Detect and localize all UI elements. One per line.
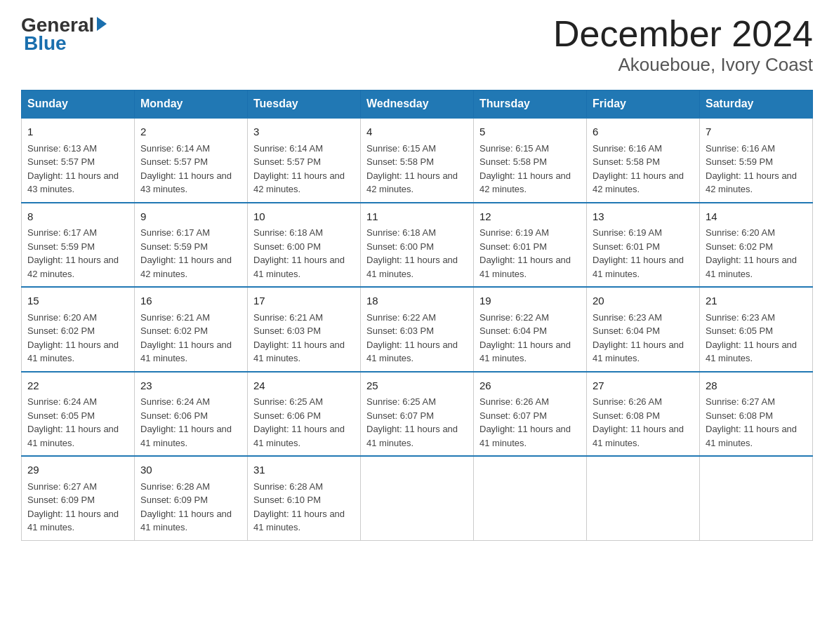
day-number: 9 [140,209,241,225]
day-info: Sunrise: 6:23 AMSunset: 6:04 PMDaylight:… [593,311,694,365]
day-info: Sunrise: 6:18 AMSunset: 6:00 PMDaylight:… [366,226,468,281]
calendar-cell: 13Sunrise: 6:19 AMSunset: 6:01 PMDayligh… [587,203,700,288]
calendar-cell: 4Sunrise: 6:15 AMSunset: 5:58 PMDaylight… [361,118,474,203]
calendar-cell: 6Sunrise: 6:16 AMSunset: 5:58 PMDaylight… [587,118,700,203]
day-number: 16 [140,293,241,309]
day-number: 31 [253,462,355,478]
calendar-cell: 31Sunrise: 6:28 AMSunset: 6:10 PMDayligh… [248,456,361,540]
header-friday: Friday [587,90,700,119]
calendar-cell: 2Sunrise: 6:14 AMSunset: 5:57 PMDaylight… [135,118,248,203]
day-number: 6 [593,124,694,140]
day-number: 18 [366,293,468,309]
calendar-week-row: 1Sunrise: 6:13 AMSunset: 5:57 PMDaylight… [22,118,813,203]
day-number: 23 [140,378,241,394]
day-number: 19 [479,293,581,309]
day-info: Sunrise: 6:20 AMSunset: 6:02 PMDaylight:… [27,311,128,365]
header-monday: Monday [135,90,248,119]
calendar-cell: 9Sunrise: 6:17 AMSunset: 5:59 PMDaylight… [135,203,248,288]
calendar-cell: 3Sunrise: 6:14 AMSunset: 5:57 PMDaylight… [248,118,361,203]
calendar-cell: 27Sunrise: 6:26 AMSunset: 6:08 PMDayligh… [587,372,700,457]
calendar-cell [474,456,587,540]
day-info: Sunrise: 6:22 AMSunset: 6:04 PMDaylight:… [479,311,581,365]
header-wednesday: Wednesday [361,90,474,119]
day-info: Sunrise: 6:13 AMSunset: 5:57 PMDaylight:… [27,142,128,196]
day-info: Sunrise: 6:17 AMSunset: 5:59 PMDaylight:… [140,226,241,281]
day-info: Sunrise: 6:17 AMSunset: 5:59 PMDaylight:… [27,226,128,281]
day-info: Sunrise: 6:25 AMSunset: 6:06 PMDaylight:… [253,395,355,450]
day-info: Sunrise: 6:26 AMSunset: 6:07 PMDaylight:… [479,395,581,450]
day-info: Sunrise: 6:18 AMSunset: 6:00 PMDaylight:… [253,226,355,281]
calendar-cell: 16Sunrise: 6:21 AMSunset: 6:02 PMDayligh… [135,287,248,372]
calendar-cell: 5Sunrise: 6:15 AMSunset: 5:58 PMDaylight… [474,118,587,203]
day-number: 28 [706,378,807,394]
day-info: Sunrise: 6:22 AMSunset: 6:03 PMDaylight:… [366,311,468,365]
day-number: 1 [27,124,128,140]
day-info: Sunrise: 6:21 AMSunset: 6:02 PMDaylight:… [140,311,241,365]
calendar-cell: 11Sunrise: 6:18 AMSunset: 6:00 PMDayligh… [361,203,474,288]
calendar-cell: 30Sunrise: 6:28 AMSunset: 6:09 PMDayligh… [135,456,248,540]
header-thursday: Thursday [474,90,587,119]
day-info: Sunrise: 6:23 AMSunset: 6:05 PMDaylight:… [706,311,807,365]
calendar-cell: 29Sunrise: 6:27 AMSunset: 6:09 PMDayligh… [22,456,135,540]
day-number: 30 [140,462,241,478]
calendar-header-row: SundayMondayTuesdayWednesdayThursdayFrid… [22,90,813,119]
calendar-cell: 23Sunrise: 6:24 AMSunset: 6:06 PMDayligh… [135,372,248,457]
day-info: Sunrise: 6:19 AMSunset: 6:01 PMDaylight:… [479,226,581,281]
calendar-cell: 14Sunrise: 6:20 AMSunset: 6:02 PMDayligh… [700,203,813,288]
calendar-week-row: 29Sunrise: 6:27 AMSunset: 6:09 PMDayligh… [22,456,813,540]
day-number: 22 [27,378,128,394]
day-number: 25 [366,378,468,394]
calendar-cell: 12Sunrise: 6:19 AMSunset: 6:01 PMDayligh… [474,203,587,288]
calendar-cell: 19Sunrise: 6:22 AMSunset: 6:04 PMDayligh… [474,287,587,372]
day-info: Sunrise: 6:14 AMSunset: 5:57 PMDaylight:… [140,142,241,196]
day-info: Sunrise: 6:26 AMSunset: 6:08 PMDaylight:… [593,395,694,450]
day-info: Sunrise: 6:27 AMSunset: 6:08 PMDaylight:… [706,395,807,450]
day-info: Sunrise: 6:14 AMSunset: 5:57 PMDaylight:… [253,142,355,196]
calendar-cell: 20Sunrise: 6:23 AMSunset: 6:04 PMDayligh… [587,287,700,372]
day-info: Sunrise: 6:24 AMSunset: 6:05 PMDaylight:… [27,395,128,450]
day-info: Sunrise: 6:16 AMSunset: 5:59 PMDaylight:… [706,142,807,196]
day-number: 27 [593,378,694,394]
day-number: 14 [706,209,807,225]
day-number: 29 [27,462,128,478]
day-number: 26 [479,378,581,394]
calendar-subtitle: Akoueboue, Ivory Coast [553,54,813,76]
calendar-cell: 1Sunrise: 6:13 AMSunset: 5:57 PMDaylight… [22,118,135,203]
title-section: December 2024 Akoueboue, Ivory Coast [553,14,813,76]
day-number: 13 [593,209,694,225]
day-info: Sunrise: 6:28 AMSunset: 6:10 PMDaylight:… [253,480,355,535]
calendar-cell: 18Sunrise: 6:22 AMSunset: 6:03 PMDayligh… [361,287,474,372]
day-info: Sunrise: 6:15 AMSunset: 5:58 PMDaylight:… [366,142,468,196]
header-saturday: Saturday [700,90,813,119]
calendar-cell: 7Sunrise: 6:16 AMSunset: 5:59 PMDaylight… [700,118,813,203]
day-number: 20 [593,293,694,309]
day-number: 12 [479,209,581,225]
day-info: Sunrise: 6:16 AMSunset: 5:58 PMDaylight:… [593,142,694,196]
day-info: Sunrise: 6:27 AMSunset: 6:09 PMDaylight:… [27,480,128,535]
day-number: 10 [253,209,355,225]
calendar-cell [700,456,813,540]
calendar-cell: 15Sunrise: 6:20 AMSunset: 6:02 PMDayligh… [22,287,135,372]
calendar-cell: 10Sunrise: 6:18 AMSunset: 6:00 PMDayligh… [248,203,361,288]
calendar-cell: 24Sunrise: 6:25 AMSunset: 6:06 PMDayligh… [248,372,361,457]
calendar-cell: 21Sunrise: 6:23 AMSunset: 6:05 PMDayligh… [700,287,813,372]
calendar-title: December 2024 [553,14,813,54]
calendar-cell: 8Sunrise: 6:17 AMSunset: 5:59 PMDaylight… [22,203,135,288]
logo: General Blue [21,14,107,55]
header-tuesday: Tuesday [248,90,361,119]
day-info: Sunrise: 6:28 AMSunset: 6:09 PMDaylight:… [140,480,241,535]
calendar-cell: 26Sunrise: 6:26 AMSunset: 6:07 PMDayligh… [474,372,587,457]
calendar-cell: 25Sunrise: 6:25 AMSunset: 6:07 PMDayligh… [361,372,474,457]
calendar-cell [587,456,700,540]
day-number: 15 [27,293,128,309]
calendar-cell [361,456,474,540]
day-info: Sunrise: 6:25 AMSunset: 6:07 PMDaylight:… [366,395,468,450]
calendar-cell: 22Sunrise: 6:24 AMSunset: 6:05 PMDayligh… [22,372,135,457]
logo-arrow-icon [97,17,107,31]
header-sunday: Sunday [22,90,135,119]
day-number: 2 [140,124,241,140]
day-number: 5 [479,124,581,140]
day-number: 11 [366,209,468,225]
logo-blue-text: Blue [24,32,67,55]
day-info: Sunrise: 6:15 AMSunset: 5:58 PMDaylight:… [479,142,581,196]
